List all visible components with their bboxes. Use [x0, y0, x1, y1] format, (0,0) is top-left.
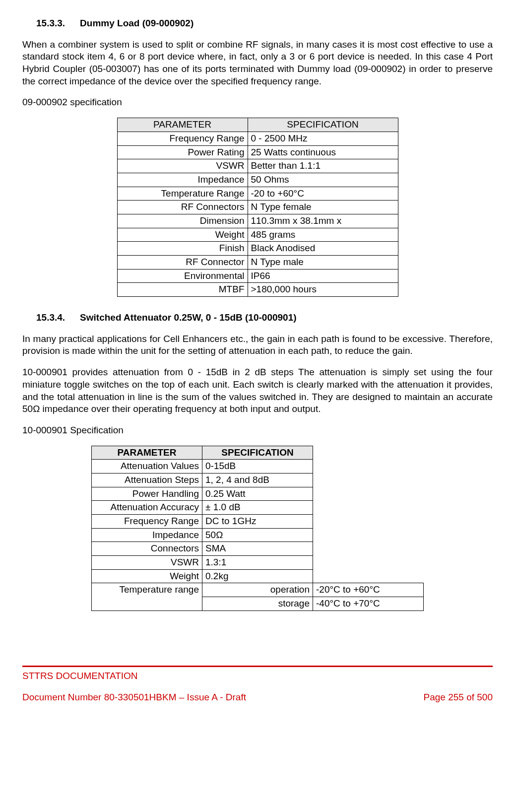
temp-operation-value: -20°C to +60°C: [313, 583, 424, 597]
spec-table-1: PARAMETER SPECIFICATION Frequency Range0…: [117, 118, 398, 297]
temp-operation-label: operation: [202, 583, 313, 597]
table-row-value: 1, 2, 4 and 8dB: [202, 473, 313, 487]
table-row-param: Weight: [117, 228, 248, 242]
footer-page-number: Page 255 of 500: [424, 691, 493, 704]
table-row-value: 0.25 Watt: [202, 487, 313, 501]
table-row-param: Power Handling: [92, 487, 202, 501]
table-row-value: Black Anodised: [248, 242, 398, 256]
table-row-param: Attenuation Accuracy: [92, 501, 202, 515]
table-row-param: Attenuation Values: [92, 460, 202, 474]
table-row-value: 50Ω: [202, 528, 313, 542]
section2-paragraph-1: In many practical applications for Cell …: [22, 333, 493, 357]
table-row-value: 25 Watts continuous: [248, 145, 398, 159]
footer-rule: [22, 666, 493, 667]
section-number: 15.3.4.: [36, 312, 65, 324]
table-row-param: Frequency Range: [117, 132, 248, 145]
section-number: 15.3.3.: [36, 17, 65, 30]
footer-doc-title: STTRS DOCUMENTATION: [22, 670, 493, 682]
table-row-param: VSWR: [92, 556, 202, 570]
table-row-value: 0.2kg: [202, 569, 313, 583]
table-row-value: SMA: [202, 542, 313, 556]
table2-head-param: PARAMETER: [92, 446, 202, 460]
table-row-value: N Type female: [248, 201, 398, 214]
section1-paragraph: When a combiner system is used to split …: [22, 39, 493, 88]
table-row-value: 50 Ohms: [248, 173, 398, 187]
table-row-value: N Type male: [248, 256, 398, 270]
table-row-param: Environmental: [117, 269, 248, 283]
table-row-param: Connectors: [92, 542, 202, 556]
footer: STTRS DOCUMENTATION Document Number 80-3…: [22, 666, 493, 703]
footer-doc-number: Document Number 80-330501HBKM – Issue A …: [22, 691, 246, 704]
table-row-param: RF Connector: [117, 256, 248, 270]
section2-spec-label: 10-000901 Specification: [22, 424, 493, 437]
table1-head-param: PARAMETER: [117, 118, 248, 132]
table-row-param: Impedance: [117, 173, 248, 187]
temp-range-label: Temperature range: [92, 583, 202, 610]
table-row-param: RF Connectors: [117, 201, 248, 214]
section-title: Switched Attenuator 0.25W, 0 - 15dB (10-…: [80, 312, 296, 323]
table-row-value: DC to 1GHz: [202, 515, 313, 529]
table-row-param: Impedance: [92, 528, 202, 542]
table-row-value: 110.3mm x 38.1mm x: [248, 214, 398, 228]
table1-head-spec: SPECIFICATION: [248, 118, 398, 132]
table-row-value: 0 - 2500 MHz: [248, 132, 398, 145]
table-row-value: -20 to +60°C: [248, 187, 398, 201]
table-row-param: Frequency Range: [92, 515, 202, 529]
table-row-value: ± 1.0 dB: [202, 501, 313, 515]
table-row-value: IP66: [248, 269, 398, 283]
section1-spec-label: 09-000902 specification: [22, 96, 493, 109]
table-row-param: Power Rating: [117, 145, 248, 159]
table-row-param: Attenuation Steps: [92, 473, 202, 487]
table-row-value: 485 grams: [248, 228, 398, 242]
table-row-param: Dimension: [117, 214, 248, 228]
temp-storage-label: storage: [202, 597, 313, 611]
section2-paragraph-2: 10-000901 provides attenuation from 0 - …: [22, 366, 493, 415]
table-row-param: Weight: [92, 569, 202, 583]
temp-storage-value: -40°C to +70°C: [313, 597, 424, 611]
table-row-value: 0-15dB: [202, 460, 313, 474]
table-row-param: MTBF: [117, 283, 248, 297]
table-row-value: 1.3:1: [202, 556, 313, 570]
section-heading-1: 15.3.3.Dummy Load (09-000902): [22, 17, 493, 30]
section-heading-2: 15.3.4.Switched Attenuator 0.25W, 0 - 15…: [22, 312, 493, 324]
table-row-param: VSWR: [117, 159, 248, 173]
spec-table-2: PARAMETER SPECIFICATION Attenuation Valu…: [91, 446, 424, 611]
section-title: Dummy Load (09-000902): [80, 18, 193, 28]
table2-head-spec: SPECIFICATION: [202, 446, 313, 460]
table-row-param: Finish: [117, 242, 248, 256]
table-row-param: Temperature Range: [117, 187, 248, 201]
table-row-value: Better than 1.1:1: [248, 159, 398, 173]
table-row-value: >180,000 hours: [248, 283, 398, 297]
